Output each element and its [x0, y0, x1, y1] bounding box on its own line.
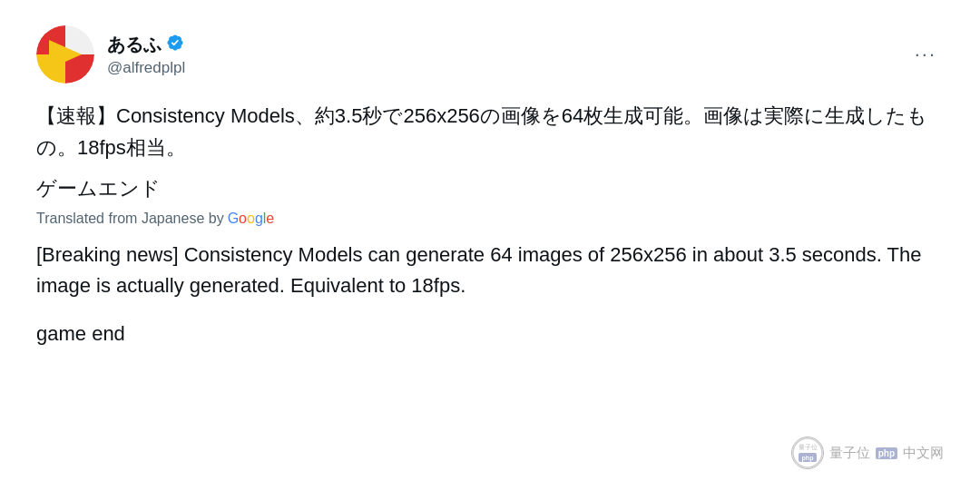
japanese-body-text: 【速報】Consistency Models、約3.5秒で256x256の画像を… — [36, 100, 944, 163]
watermark-site: 中文网 — [903, 445, 944, 462]
display-name-text: あるふ — [107, 33, 162, 57]
google-e: e — [266, 211, 274, 226]
japanese-game-end-text: ゲームエンド — [36, 172, 944, 204]
tweet-header-left: あるふ @alfredplpl — [36, 25, 185, 83]
svg-text:量子位: 量子位 — [798, 444, 817, 450]
google-o2: o — [247, 211, 255, 226]
user-info: あるふ @alfredplpl — [107, 33, 185, 77]
display-name[interactable]: あるふ — [107, 33, 185, 57]
translated-body-text: [Breaking news] Consistency Models can g… — [36, 240, 944, 301]
watermark: 量子位 php 量子位 php 中文网 — [791, 437, 944, 469]
watermark-icon: 量子位 php — [791, 437, 824, 469]
translation-label-before: Translated from Japanese by — [36, 211, 224, 227]
verified-icon — [166, 34, 184, 56]
tweet-header: あるふ @alfredplpl ··· — [36, 25, 944, 83]
google-G: G — [228, 211, 239, 226]
translation-label: Translated from Japanese by Google — [36, 211, 944, 227]
google-g2: g — [255, 211, 263, 226]
tweet-card: あるふ @alfredplpl ··· 【速報】Consistency Mode… — [0, 0, 980, 491]
username: @alfredplpl — [107, 59, 185, 77]
watermark-text: 量子位 — [829, 445, 870, 462]
google-o1: o — [239, 211, 247, 226]
translated-game-end-text: game end — [36, 318, 944, 349]
php-badge: php — [876, 447, 897, 459]
more-options-button[interactable]: ··· — [907, 39, 944, 70]
svg-text:php: php — [801, 455, 813, 462]
avatar[interactable] — [36, 25, 94, 83]
google-brand-text: Google — [228, 211, 275, 227]
